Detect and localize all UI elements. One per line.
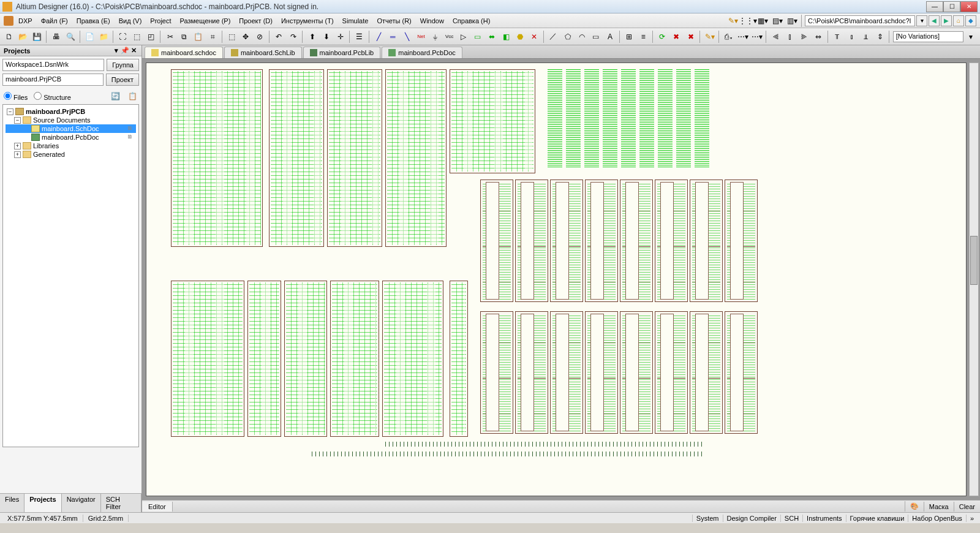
schematic-mem-block[interactable] [690, 180, 723, 302]
align-right-icon[interactable]: ⫸ [798, 30, 811, 43]
nav-home-icon[interactable]: ⌂ [953, 15, 964, 26]
group-button[interactable]: Группа [107, 59, 139, 71]
menu-design[interactable]: Проект (D) [235, 16, 276, 26]
vertical-scrollbar[interactable] [969, 62, 979, 496]
redo-icon[interactable]: ↷ [287, 30, 300, 43]
tree-schdoc[interactable]: mainboard.SchDoc 🗎 [6, 124, 136, 133]
stamp-icon[interactable]: ⌗ [206, 30, 219, 43]
collapse-icon[interactable]: − [14, 117, 21, 124]
menu-view[interactable]: Вид (V) [115, 16, 146, 26]
highlight-pen-icon[interactable]: ✎▾ [703, 30, 716, 43]
wire-icon[interactable]: ╱ [372, 30, 385, 43]
refresh-icon[interactable]: 🔄 [110, 91, 121, 102]
line-icon[interactable]: ／ [547, 30, 560, 43]
panel-pin-icon[interactable]: 📌 [121, 47, 129, 55]
align-top-icon[interactable]: ⫪ [831, 30, 844, 43]
schematic-block[interactable] [385, 69, 447, 247]
cross-select-icon[interactable]: ✖ [670, 30, 683, 43]
workspace-combo[interactable]: Workspace1.DsnWrk [2, 59, 104, 71]
grid2-icon[interactable]: ▤▾ [771, 14, 784, 28]
schematic-block[interactable] [247, 281, 281, 437]
rect-icon[interactable]: ▭ [589, 30, 602, 43]
panel-close-icon[interactable]: ✕ [129, 47, 138, 55]
menu-edit[interactable]: Правка (E) [73, 16, 114, 26]
save-icon[interactable]: 💾 [31, 30, 43, 43]
sheet-entry-icon[interactable]: ⬌ [485, 30, 498, 43]
open-icon[interactable]: 📂 [17, 30, 29, 43]
nav-back-icon[interactable]: ◀ [929, 15, 940, 26]
schematic-block[interactable] [330, 281, 379, 437]
path-combo[interactable] [805, 15, 915, 26]
menu-tools[interactable]: Инструменты (T) [277, 16, 337, 26]
tab-sch-filter[interactable]: SCH Filter [101, 494, 141, 512]
schematic-connector[interactable] [695, 69, 709, 167]
align-center-h-icon[interactable]: ⫿ [784, 30, 797, 43]
zoom-sel-icon[interactable]: ◰ [145, 30, 157, 43]
align-center-v-icon[interactable]: ⫾ [845, 30, 858, 43]
mask-button[interactable]: Маска [924, 502, 954, 512]
tab-files[interactable]: Files [0, 494, 24, 512]
project-field[interactable]: mainboard.PrjPCB [2, 74, 104, 86]
collapse-icon[interactable]: − [7, 108, 13, 115]
mask-layers-icon[interactable]: 🎨 [905, 501, 924, 512]
port-icon[interactable]: ⬣ [514, 30, 527, 43]
menu-dxp[interactable]: DXP [15, 16, 36, 26]
settings-icon[interactable]: 📋 [127, 91, 138, 102]
schematic-canvas[interactable] [146, 62, 967, 496]
tree-pcbdoc[interactable]: mainboard.PcbDoc 🗎 [6, 133, 136, 142]
noerc-icon[interactable]: ✕ [528, 30, 541, 43]
panel-dropdown-icon[interactable]: ▾ [112, 47, 121, 55]
menu-help[interactable]: Справка (H) [449, 16, 494, 26]
new-icon[interactable]: 🗋 [2, 30, 15, 43]
align-left-icon[interactable]: ⫷ [769, 30, 782, 43]
tree-libraries[interactable]: + Libraries [6, 142, 136, 150]
device-sheet-icon[interactable]: ◧ [500, 30, 513, 43]
schematic-mem-block[interactable] [515, 180, 548, 302]
expand-icon[interactable]: + [14, 151, 21, 158]
status-tab-system[interactable]: System [692, 515, 723, 522]
zoom-area-icon[interactable]: ⬚ [130, 30, 143, 43]
update-pcb-icon[interactable]: ⟳ [656, 30, 669, 43]
tree-generated[interactable]: + Generated [6, 150, 136, 159]
schematic-block[interactable] [269, 69, 324, 247]
part-icon[interactable]: ▷ [457, 30, 470, 43]
deselect-icon[interactable]: ⊘ [254, 30, 266, 43]
array-icon[interactable]: ⊞ [622, 30, 635, 43]
radio-structure[interactable]: Structure [34, 92, 71, 101]
schematic-connector[interactable] [639, 69, 654, 167]
move-icon[interactable]: ✥ [239, 30, 252, 43]
browse-icon[interactable]: ☰ [353, 30, 366, 43]
schematic-mem-block[interactable] [585, 180, 618, 302]
editor-tab[interactable]: Editor [142, 502, 173, 512]
schematic-mem-block[interactable] [690, 311, 723, 434]
power-vcc-icon[interactable]: Vcc [443, 30, 456, 43]
schematic-connector[interactable] [603, 69, 617, 167]
filter3-icon[interactable]: ⋯▾ [750, 30, 763, 43]
schematic-block[interactable] [450, 281, 468, 437]
schematic-block[interactable] [382, 281, 443, 437]
scrollbar-thumb[interactable] [970, 236, 978, 285]
grid-icon[interactable]: ▦▾ [756, 14, 769, 28]
schematic-mem-block[interactable] [620, 311, 653, 434]
tree-project-root[interactable]: − mainboard.PrjPCB [6, 107, 136, 116]
tab-navigator[interactable]: Navigator [62, 494, 101, 512]
open-prj-icon[interactable]: 📁 [97, 30, 110, 43]
dist-h-icon[interactable]: ⇔ [812, 30, 825, 43]
select-icon[interactable]: ⬚ [225, 30, 238, 43]
schematic-connector[interactable] [566, 69, 581, 167]
polygon-icon[interactable]: ⬠ [561, 30, 574, 43]
bus-icon[interactable]: ═ [386, 30, 399, 43]
status-tab-design-compiler[interactable]: Design Compiler [723, 515, 780, 522]
nav-favorite-icon[interactable]: ◆ [965, 15, 976, 26]
menu-simulate[interactable]: Simulate [339, 16, 372, 26]
paste-icon[interactable]: 📋 [192, 30, 205, 43]
radio-files[interactable]: Files [4, 92, 28, 101]
project-tree[interactable]: − mainboard.PrjPCB − Source Documents ma… [2, 104, 139, 447]
dxp-icon[interactable] [4, 16, 13, 26]
schematic-connector[interactable] [676, 69, 691, 167]
schematic-mem-block[interactable] [480, 180, 513, 302]
schematic-block[interactable] [171, 69, 263, 247]
schematic-mem-block[interactable] [655, 311, 688, 434]
print-icon[interactable]: 🖶 [50, 30, 62, 43]
text-icon[interactable]: A [603, 30, 616, 43]
